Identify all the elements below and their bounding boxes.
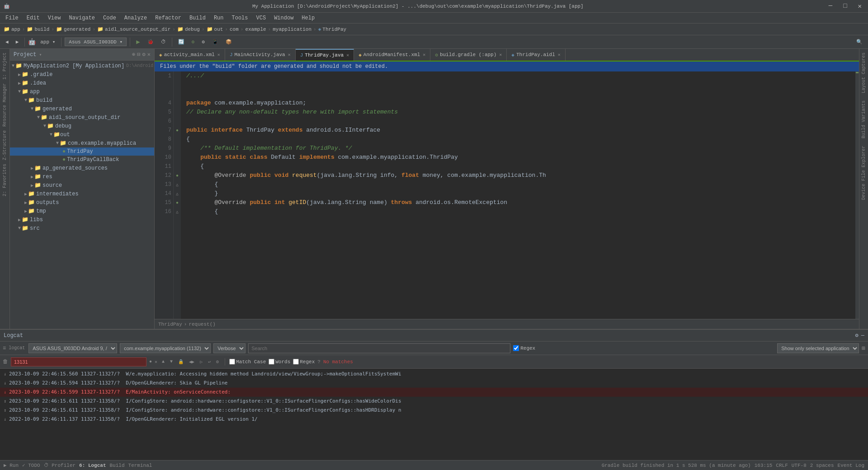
level-selector[interactable]: Verbose: [213, 343, 245, 353]
breadcrumb-debug[interactable]: 📁 debug: [177, 26, 200, 32]
tree-thridpay[interactable]: ● ThridPay: [10, 147, 154, 156]
debug-button[interactable]: 🐞: [145, 38, 156, 46]
logcat-tab-btn[interactable]: 6: Logcat: [79, 463, 106, 468]
filter-clear-icon[interactable]: ●: [149, 359, 152, 364]
prev-next-icon[interactable]: ◀▶: [187, 358, 196, 366]
tree-debug[interactable]: ▼ 📁 debug: [10, 122, 154, 130]
tree-intermediates[interactable]: ▶ 📁 intermediates: [10, 190, 154, 198]
breadcrumb-aidl[interactable]: 📁 aidl_source_output_dir: [97, 26, 170, 32]
breadcrumb-com[interactable]: com: [230, 27, 239, 32]
tree-generated[interactable]: ▼ 📁 generated: [10, 104, 154, 113]
logcat-full-screen-icon[interactable]: ⊞: [862, 345, 865, 352]
menu-tools[interactable]: Tools: [228, 14, 252, 22]
device-dropdown[interactable]: Asus ASUS_I003DD ▾: [65, 38, 127, 46]
search-everywhere[interactable]: 🔍: [854, 38, 865, 46]
device-selector[interactable]: ASUS ASUS_I003DD Android 9, /: [28, 343, 117, 353]
tree-thridpaycallback[interactable]: ● ThridPayCallBack: [10, 156, 154, 164]
gradle-button[interactable]: ⚙: [189, 38, 198, 46]
sdk-button[interactable]: 📦: [223, 38, 235, 46]
tab-thridpay[interactable]: J ThridPay.java ✕: [296, 49, 354, 61]
package-selector[interactable]: com.example.myapplication (1132): [120, 343, 211, 353]
menu-navigate[interactable]: Navigate: [65, 14, 99, 22]
menu-code[interactable]: Code: [99, 14, 120, 22]
chevron-down-icon[interactable]: ▾: [39, 52, 42, 57]
clear-log-icon[interactable]: 🗑: [3, 358, 8, 365]
z-structure-tab[interactable]: Z-Structure: [1, 128, 8, 162]
menu-edit[interactable]: Edit: [23, 14, 43, 22]
project-tab[interactable]: 1: Project: [1, 51, 8, 81]
resource-manager-tab[interactable]: Resource Manager: [1, 81, 8, 128]
profiler-tab-btn[interactable]: ⏱ Profiler: [44, 462, 75, 468]
scope-icon[interactable]: ⊕: [132, 51, 135, 58]
run-tab-btn[interactable]: ▶ Run: [4, 462, 19, 468]
close-tab-icon[interactable]: ✕: [423, 52, 425, 57]
regex-checkbox[interactable]: [513, 345, 519, 351]
menu-window[interactable]: Window: [270, 14, 297, 22]
menu-analyze[interactable]: Analyze: [121, 14, 151, 22]
terminal-tab-btn[interactable]: Terminal: [128, 463, 152, 468]
tree-src[interactable]: ▼ 📁 src: [10, 224, 154, 233]
tab-androidmanifest[interactable]: ◈ AndroidManifest.xml ✕: [354, 49, 430, 61]
lock-icon[interactable]: 🔒: [176, 358, 185, 366]
close-button[interactable]: ✕: [855, 1, 864, 11]
todo-tab-btn[interactable]: ✓ TODO: [22, 462, 40, 468]
wrap-icon[interactable]: ↩: [206, 358, 212, 366]
match-case-checkbox[interactable]: [229, 359, 235, 365]
logcat-content[interactable]: ↓ 2023-10-09 22:46:15.560 11327-11327/? …: [0, 369, 868, 460]
close-tab-icon[interactable]: ✕: [499, 52, 502, 57]
tab-buildgradle[interactable]: ⚙ build.gradle (:app) ✕: [430, 49, 507, 61]
tree-com[interactable]: ▼ 📁 com.example.myapplica: [10, 139, 154, 147]
layout-captures-tab[interactable]: Layout Captures: [860, 51, 867, 95]
tree-source[interactable]: ▶ 📁 source: [10, 181, 154, 190]
filter-regex-icon[interactable]: ✕: [155, 359, 157, 365]
run-button[interactable]: ▶: [133, 37, 142, 47]
tree-build[interactable]: ▼ 📁 build: [10, 96, 154, 104]
collapse-all-icon[interactable]: ⊟: [137, 51, 140, 58]
close-tab-icon[interactable]: ✕: [558, 52, 561, 57]
close-tab-icon[interactable]: ✕: [346, 52, 349, 58]
menu-refactor[interactable]: Refactor: [151, 14, 185, 22]
tree-idea[interactable]: ▶ 📁 .idea: [10, 79, 154, 87]
breadcrumb-thridpay[interactable]: ◈ ThridPay: [318, 26, 346, 32]
forward-button[interactable]: ▶: [13, 38, 22, 46]
device-file-explorer-tab[interactable]: Device File Explorer: [860, 144, 867, 202]
breadcrumb-myapplication[interactable]: myapplication: [273, 27, 311, 32]
settings-button[interactable]: ⚙: [199, 38, 208, 46]
tab-mainactivity[interactable]: J MainActivity.java ✕: [225, 49, 296, 61]
back-button[interactable]: ◀: [3, 38, 11, 46]
menu-run[interactable]: Run: [210, 14, 227, 22]
logcat-filter-input[interactable]: [11, 357, 146, 366]
profile-button[interactable]: ⏱: [158, 38, 169, 46]
close-tab-icon[interactable]: ✕: [217, 52, 220, 57]
tree-ap-generated[interactable]: ▶ 📁 ap_generated_sources: [10, 164, 154, 172]
menu-vcs[interactable]: VCS: [253, 14, 270, 22]
maximize-button[interactable]: □: [840, 1, 849, 11]
logcat-minimize-icon[interactable]: ─: [861, 332, 864, 339]
breadcrumb-out[interactable]: 📁 out: [207, 26, 223, 32]
tree-outputs[interactable]: ▶ 📁 outputs: [10, 198, 154, 207]
close-tab-icon[interactable]: ✕: [288, 52, 291, 57]
tree-tmp[interactable]: ▶ 📁 tmp: [10, 207, 154, 215]
hide-panel-icon[interactable]: ✕: [147, 51, 151, 58]
menu-view[interactable]: View: [44, 14, 65, 22]
words-checkbox[interactable]: [269, 359, 274, 365]
tree-aidl[interactable]: ▼ 📁 aidl_source_output_dir: [10, 113, 154, 122]
breadcrumb-app[interactable]: 📁 app: [4, 26, 20, 32]
settings-icon[interactable]: ⚙: [142, 51, 146, 58]
scroll-down-icon[interactable]: ▼: [168, 358, 175, 365]
tree-libs[interactable]: ▶ 📁 libs: [10, 215, 154, 224]
tab-activity-main[interactable]: ◈ activity_main.xml ✕: [155, 49, 225, 61]
breadcrumb-example[interactable]: example: [245, 27, 266, 32]
logcat-settings-icon[interactable]: ⚙: [855, 332, 859, 339]
tab-thridpay-aidl[interactable]: ◈ ThridPay.aidl ✕: [507, 49, 565, 61]
tree-gradle[interactable]: ▶ 📁 .gradle: [10, 70, 154, 79]
code-content[interactable]: /.../ package com.example.myapplication;…: [181, 71, 855, 319]
favorites-tab[interactable]: 2: Favorites: [1, 162, 8, 198]
tree-res[interactable]: ▶ 📁 res: [10, 172, 154, 181]
menu-file[interactable]: File: [2, 14, 22, 22]
breadcrumb-build[interactable]: 📁 build: [27, 26, 49, 32]
avd-button[interactable]: 📱: [209, 38, 221, 46]
build-tab-btn[interactable]: Build: [110, 463, 125, 468]
tree-app[interactable]: ▼ 📁 app: [10, 87, 154, 96]
sync-button[interactable]: 🔄: [175, 38, 187, 46]
